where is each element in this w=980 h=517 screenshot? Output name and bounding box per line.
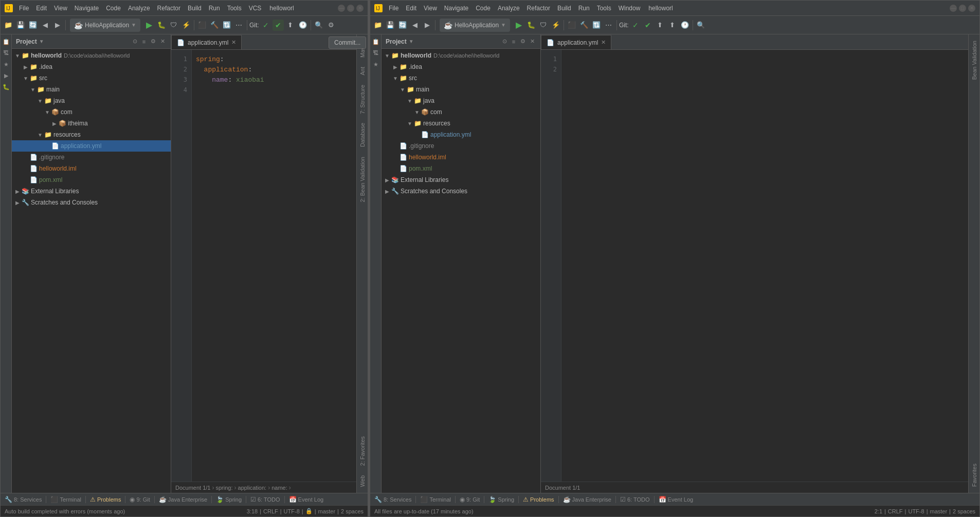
- coverage-button[interactable]: 🛡: [168, 20, 179, 31]
- info-bar-branch[interactable]: master: [318, 508, 335, 514]
- right-status-git[interactable]: ◉ 9: Git: [460, 496, 480, 503]
- right-tree-item-resources[interactable]: ▼ 📁 resources: [382, 118, 540, 129]
- info-bar-indent[interactable]: 2 spaces: [341, 508, 364, 514]
- run-button[interactable]: ▶: [143, 20, 155, 31]
- status-todo[interactable]: ☑ 6: TODO: [250, 496, 280, 503]
- toolbar-save-btn[interactable]: 💾: [15, 20, 26, 31]
- tree-item-com[interactable]: ▼ 📦 com: [12, 106, 171, 118]
- tree-item-resources[interactable]: ▼ 📁 resources: [12, 129, 171, 140]
- tree-item-src[interactable]: ▼ 📁 src: [12, 72, 171, 84]
- sidebar-run-icon[interactable]: ▶: [1, 70, 11, 81]
- status-git[interactable]: ◉ 9: Git: [130, 496, 150, 503]
- tree-item-application-yml[interactable]: 📄 application.yml: [12, 140, 171, 152]
- tree-item-java[interactable]: ▼ 📁 java: [12, 95, 171, 106]
- right-toolbar-project-btn[interactable]: 📁: [372, 20, 384, 31]
- right-tree-item-ext-lib[interactable]: ▶ 📚 External Libraries: [382, 174, 540, 186]
- right-stop-button[interactable]: ⬛: [566, 20, 577, 31]
- tree-item-pom[interactable]: 📄 pom.xml: [12, 174, 171, 186]
- sync-button[interactable]: 🔃: [221, 20, 232, 31]
- menu-tools[interactable]: Tools: [224, 4, 245, 13]
- right-status-spring[interactable]: 🍃 Spring: [488, 496, 514, 503]
- right-tree-item-yml[interactable]: 📄 application.yml: [382, 129, 540, 140]
- menu-navigate[interactable]: Navigate: [71, 4, 102, 13]
- right-menu-refactor[interactable]: Refactor: [524, 4, 553, 13]
- right-sidebar-favorites-icon[interactable]: ★: [371, 59, 381, 69]
- right-close-button[interactable]: ✕: [968, 5, 975, 12]
- right-tree-item-scratches[interactable]: ▶ 🔧 Scratches and Consoles: [382, 186, 540, 197]
- right-git-commit-btn[interactable]: ✓: [630, 20, 641, 31]
- breadcrumb-spring[interactable]: spring:: [215, 485, 232, 491]
- right-toolbar-sync-btn[interactable]: 🔄: [397, 20, 408, 31]
- info-bar-pos[interactable]: 3:18: [247, 508, 258, 514]
- right-tree-item-pom[interactable]: 📄 pom.xml: [382, 163, 540, 174]
- right-menu-navigate[interactable]: Navigate: [441, 4, 471, 13]
- tree-item-root[interactable]: ▼ 📁 helloworld D:\code\xiaobai\helloworl…: [12, 50, 171, 61]
- sidebar-project-icon[interactable]: 📋: [1, 36, 11, 47]
- sidebar-tab-favorites[interactable]: 2: Favorites: [358, 432, 367, 470]
- sidebar-favorites-icon[interactable]: ★: [1, 59, 11, 69]
- toolbar-project-btn[interactable]: 📁: [3, 20, 14, 31]
- right-panel-scope-icon[interactable]: ⊙: [500, 38, 509, 46]
- right-tree-item-java[interactable]: ▼ 📁 java: [382, 95, 540, 106]
- debug-button[interactable]: 🐛: [156, 20, 167, 31]
- git-commit-btn[interactable]: ✓: [260, 20, 271, 31]
- editor-tab-close[interactable]: ✕: [231, 39, 236, 46]
- panel-filter-icon[interactable]: ≡: [140, 38, 148, 46]
- right-tree-item-com[interactable]: ▼ 📦 com: [382, 106, 540, 118]
- right-toolbar-forward-btn[interactable]: ▶: [422, 20, 433, 31]
- panel-scope-icon[interactable]: ⊙: [131, 38, 139, 46]
- sidebar-tab-web[interactable]: Web: [358, 471, 367, 491]
- sidebar-tab-bean[interactable]: 2: Bean Validation: [358, 153, 367, 206]
- editor-content[interactable]: 1 2 3 4 spring: application:: [171, 50, 356, 482]
- right-git-history-btn[interactable]: 🕐: [679, 20, 691, 31]
- right-code-area[interactable]: [561, 50, 968, 482]
- panel-close-icon[interactable]: ✕: [158, 38, 167, 46]
- right-menu-window[interactable]: Window: [615, 4, 644, 13]
- status-problems[interactable]: ⚠ Problems: [90, 496, 121, 503]
- right-tree-item-idea[interactable]: ▶ 📁 .idea: [382, 61, 540, 72]
- right-menu-view[interactable]: View: [421, 4, 440, 13]
- right-menu-run[interactable]: Run: [575, 4, 593, 13]
- menu-analyze[interactable]: Analyze: [125, 4, 153, 13]
- right-panel-gear-icon[interactable]: ⚙: [519, 38, 527, 46]
- right-tree-item-root[interactable]: ▼ 📁 helloworld D:\code\xiaohei\helloworl…: [382, 50, 540, 61]
- git-check-btn[interactable]: ✔: [273, 20, 284, 31]
- git-history-btn[interactable]: 🕐: [297, 20, 308, 31]
- right-sidebar-structure-icon[interactable]: 🏗: [371, 48, 381, 58]
- menu-build[interactable]: Build: [185, 4, 205, 13]
- tree-item-idea[interactable]: ▶ 📁 .idea: [12, 61, 171, 72]
- sidebar-tab-structure[interactable]: 7: Structure: [358, 81, 367, 118]
- right-status-todo[interactable]: ☑ 6: TODO: [620, 496, 650, 503]
- status-spring[interactable]: 🍃 Spring: [216, 496, 242, 503]
- settings-btn[interactable]: ⚙: [325, 20, 337, 31]
- menu-code[interactable]: Code: [103, 4, 124, 13]
- right-menu-build[interactable]: Build: [554, 4, 574, 13]
- right-menu-code[interactable]: Code: [473, 4, 494, 13]
- menu-vcs[interactable]: VCS: [246, 4, 265, 13]
- status-services[interactable]: 🔧 8: Services: [5, 496, 42, 503]
- right-tree-item-main[interactable]: ▼ 📁 main: [382, 84, 540, 95]
- toolbar-back-btn[interactable]: ◀: [40, 20, 51, 31]
- status-event-log[interactable]: 📅 Event Log: [289, 496, 324, 503]
- right-menu-tools[interactable]: Tools: [594, 4, 614, 13]
- right-status-problems[interactable]: ⚠ Problems: [523, 496, 554, 503]
- menu-edit[interactable]: Edit: [33, 4, 50, 13]
- right-run-config-dropdown[interactable]: ☕ HelloApplication ▼: [440, 19, 510, 32]
- right-toolbar-save-btn[interactable]: 💾: [385, 20, 396, 31]
- right-menu-analyze[interactable]: Analyze: [495, 4, 523, 13]
- tree-item-scratches[interactable]: ▶ 🔧 Scratches and Consoles: [12, 197, 171, 208]
- right-menu-edit[interactable]: Edit: [403, 4, 420, 13]
- profiler-button[interactable]: ⚡: [180, 20, 192, 31]
- tree-item-ext-lib[interactable]: ▶ 📚 External Libraries: [12, 186, 171, 197]
- toolbar-forward-btn[interactable]: ▶: [52, 20, 63, 31]
- right-panel-close-icon[interactable]: ✕: [528, 38, 536, 46]
- right-info-bar-indent[interactable]: 2 spaces: [953, 508, 975, 514]
- menu-run[interactable]: Run: [206, 4, 223, 13]
- status-java-enterprise[interactable]: ☕ Java Enterprise: [159, 496, 207, 503]
- right-git-check-btn[interactable]: ✔: [642, 20, 654, 31]
- right-status-java-enterprise[interactable]: ☕ Java Enterprise: [563, 496, 611, 503]
- right-editor-tab-yml[interactable]: 📄 application.yml ✕: [541, 35, 611, 49]
- right-panel-filter-icon[interactable]: ≡: [510, 38, 518, 46]
- sidebar-structure-icon[interactable]: 🏗: [1, 48, 11, 58]
- tree-item-iml[interactable]: 📄 helloworld.iml: [12, 163, 171, 174]
